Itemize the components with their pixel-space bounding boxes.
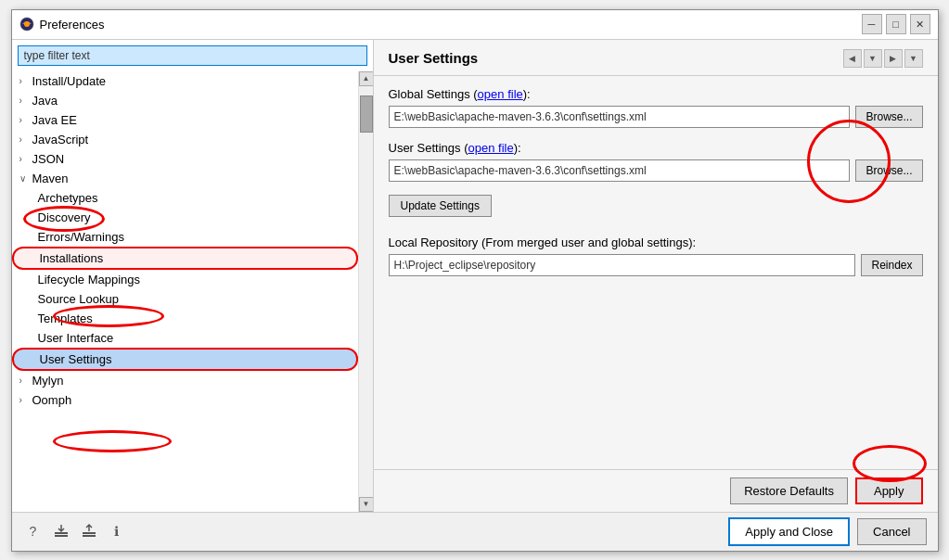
update-settings-button[interactable]: Update Settings: [389, 195, 492, 217]
title-bar: Preferences ─ □ ✕: [12, 10, 938, 40]
import-icon[interactable]: [79, 521, 99, 541]
eclipse-icon: [19, 17, 34, 32]
right-panel: User Settings ◀ ▼ ▶ ▼ Global Settings (o…: [374, 40, 938, 512]
sidebar-item-oomph[interactable]: › Oomph: [12, 390, 358, 410]
global-settings-section: Global Settings (open file): Browse...: [389, 87, 923, 128]
minimize-button[interactable]: ─: [862, 14, 882, 34]
panel-header: User Settings ◀ ▼ ▶ ▼: [374, 40, 938, 76]
window-title: Preferences: [40, 18, 862, 32]
expand-arrow: ∨: [19, 173, 32, 184]
expand-arrow: ›: [19, 76, 32, 86]
sidebar-item-label: Templates: [38, 312, 93, 325]
reindex-button[interactable]: Reindex: [861, 254, 922, 276]
nav-forward-button[interactable]: ▶: [884, 49, 903, 68]
sidebar-item-install-update[interactable]: › Install/Update: [12, 71, 358, 91]
window-controls: ─ □ ✕: [862, 14, 930, 34]
panel-body: Global Settings (open file): Browse... U…: [374, 76, 938, 469]
sidebar-item-label: Lifecycle Mappings: [38, 273, 141, 286]
sidebar-item-label: Archetypes: [38, 191, 98, 205]
expand-arrow: ›: [19, 154, 32, 164]
expand-arrow: ›: [19, 115, 32, 125]
close-button[interactable]: ✕: [910, 14, 930, 34]
svg-point-1: [24, 21, 30, 27]
sidebar-item-java-ee[interactable]: › Java EE: [12, 110, 358, 130]
scrollbar-track[interactable]: [359, 86, 373, 497]
panel-nav: ◀ ▼ ▶ ▼: [843, 49, 923, 68]
sidebar-item-templates[interactable]: Templates: [12, 309, 358, 328]
sidebar-item-installations[interactable]: Installations: [12, 247, 358, 270]
sidebar-item-label: Mylyn: [32, 374, 353, 388]
export-icon[interactable]: [51, 521, 71, 541]
sidebar-item-label: Errors/Warnings: [38, 230, 124, 244]
sidebar-item-label: Installations: [40, 251, 104, 265]
user-settings-section: User Settings (open file): Browse...: [389, 141, 923, 182]
sidebar-item-json[interactable]: › JSON: [12, 149, 358, 169]
user-browse-button[interactable]: Browse...: [855, 159, 922, 182]
user-settings-row: Browse...: [389, 159, 923, 182]
scrollbar-thumb[interactable]: [360, 95, 373, 133]
restore-defaults-button[interactable]: Restore Defaults: [730, 477, 848, 504]
user-settings-input[interactable]: [389, 159, 851, 182]
sidebar-item-label: Source Lookup: [38, 292, 119, 306]
sidebar-item-errors-warnings[interactable]: Errors/Warnings: [12, 227, 358, 247]
global-settings-input[interactable]: [389, 106, 851, 128]
sidebar-item-user-interface[interactable]: User Interface: [12, 328, 358, 348]
sidebar-item-discovery[interactable]: Discovery: [12, 208, 358, 227]
bottom-icons: ? ℹ: [23, 521, 127, 541]
cancel-button[interactable]: Cancel: [857, 518, 926, 545]
svg-rect-5: [83, 535, 96, 537]
user-settings-label: User Settings (open file):: [389, 141, 923, 155]
sidebar-item-javascript[interactable]: › JavaScript: [12, 130, 358, 149]
scroll-up-button[interactable]: ▲: [359, 71, 373, 86]
sidebar: › Install/Update › Java › Java EE: [12, 40, 374, 512]
local-repo-input[interactable]: [389, 254, 856, 276]
sidebar-item-mylyn[interactable]: › Mylyn: [12, 371, 358, 390]
sidebar-item-user-settings[interactable]: User Settings: [12, 348, 358, 371]
sidebar-item-archetypes[interactable]: Archetypes: [12, 188, 358, 208]
tree-container: › Install/Update › Java › Java EE: [12, 71, 358, 512]
local-repo-label: Local Repository (From merged user and g…: [389, 235, 923, 249]
sidebar-item-maven[interactable]: ∨ Maven: [12, 169, 358, 188]
sidebar-item-label: Maven: [32, 172, 353, 185]
apply-close-button[interactable]: Apply and Close: [728, 517, 850, 546]
expand-arrow: ›: [19, 395, 32, 405]
sidebar-item-label: Discovery: [38, 210, 91, 224]
sidebar-scrollbar: ▲ ▼: [358, 71, 373, 512]
expand-arrow: ›: [19, 375, 32, 386]
local-repo-section: Local Repository (From merged user and g…: [389, 235, 923, 276]
maximize-button[interactable]: □: [886, 14, 906, 34]
scroll-down-button[interactable]: ▼: [359, 497, 373, 512]
nav-dropdown2-button[interactable]: ▼: [904, 49, 923, 68]
bottom-bar: ? ℹ Apply and Close Cancel: [12, 512, 938, 551]
svg-rect-3: [55, 535, 68, 537]
main-content: › Install/Update › Java › Java EE: [12, 40, 938, 512]
sidebar-item-label: Java EE: [32, 113, 353, 127]
sidebar-item-label: JavaScript: [32, 133, 353, 146]
sidebar-item-label: User Settings: [40, 352, 112, 366]
sidebar-inner: › Install/Update › Java › Java EE: [12, 71, 373, 512]
global-browse-button[interactable]: Browse...: [855, 106, 922, 128]
filter-input[interactable]: [18, 45, 367, 66]
global-settings-row: Browse...: [389, 106, 923, 128]
sidebar-item-source-lookup[interactable]: Source Lookup: [12, 289, 358, 309]
sidebar-item-label: JSON: [32, 152, 353, 166]
sidebar-item-label: Install/Update: [32, 74, 353, 88]
help-icon[interactable]: ?: [23, 521, 44, 541]
svg-rect-4: [83, 532, 96, 534]
sidebar-item-java[interactable]: › Java: [12, 91, 358, 110]
nav-dropdown-button[interactable]: ▼: [864, 49, 882, 68]
preferences-window: Preferences ─ □ ✕ › Install/Update: [11, 9, 939, 552]
sidebar-item-label: User Interface: [38, 331, 114, 345]
user-settings-link[interactable]: open file: [468, 141, 513, 155]
global-settings-link[interactable]: open file: [478, 87, 523, 101]
apply-button[interactable]: Apply: [855, 477, 923, 504]
panel-title: User Settings: [389, 50, 479, 66]
sidebar-item-lifecycle-mappings[interactable]: Lifecycle Mappings: [12, 270, 358, 289]
expand-arrow: ›: [19, 134, 32, 145]
info-icon[interactable]: ℹ: [107, 521, 127, 541]
panel-footer: Restore Defaults Apply: [374, 469, 938, 512]
expand-arrow: ›: [19, 95, 32, 106]
local-repo-row: Reindex: [389, 254, 923, 276]
nav-back-button[interactable]: ◀: [843, 49, 862, 68]
svg-rect-2: [55, 532, 68, 534]
